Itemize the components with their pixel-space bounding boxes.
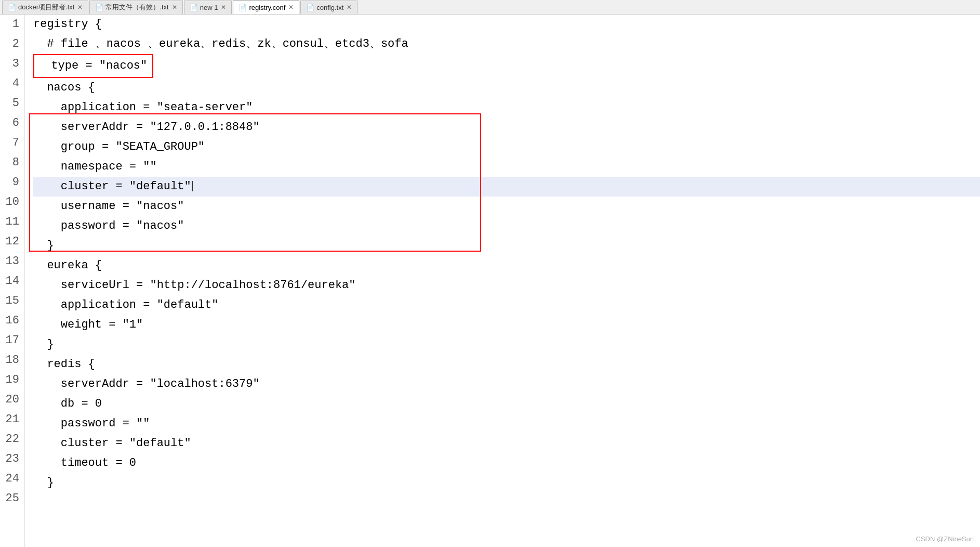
line-number: 1: [5, 15, 19, 34]
line-number: 5: [5, 94, 19, 113]
line-number: 6: [5, 113, 19, 133]
file-icon-5: 📄: [306, 4, 314, 11]
line-number: 16: [5, 311, 19, 331]
code-line: registry {: [33, 15, 980, 34]
close-icon[interactable]: ✕: [77, 4, 83, 11]
file-icon: 📄: [8, 4, 16, 11]
line-number: 2: [5, 34, 19, 54]
code-line: }: [33, 473, 980, 493]
close-icon-4[interactable]: ✕: [288, 4, 294, 11]
code-line: type = "nacos": [33, 54, 980, 78]
code-line: application = "seata-server": [33, 98, 980, 118]
code-line: db = 0: [33, 394, 980, 414]
code-line: cluster = "default": [33, 177, 980, 197]
code-line: serverAddr = "localhost:6379": [33, 374, 980, 394]
code-line: redis {: [33, 355, 980, 374]
file-icon-4: 📄: [239, 4, 247, 11]
tab-new1[interactable]: 📄 new 1 ✕: [184, 1, 232, 14]
line-numbers: 1234567891011121314151617181920212223242…: [0, 15, 25, 547]
editor-container: 1234567891011121314151617181920212223242…: [0, 15, 980, 547]
tab-bar: 📄 docker项目部者.txt ✕ 📄 常用文件（有效）.txt ✕ 📄 ne…: [0, 0, 980, 15]
file-icon-2: 📄: [95, 4, 103, 11]
line-number: 21: [5, 410, 19, 429]
line-number: 14: [5, 271, 19, 291]
close-icon-5[interactable]: ✕: [347, 4, 352, 11]
code-line: serviceUrl = "http://localhost:8761/eure…: [33, 276, 980, 295]
close-icon-3[interactable]: ✕: [221, 4, 226, 11]
line-number: 3: [5, 54, 19, 74]
line-number: 17: [5, 331, 19, 350]
close-icon-2[interactable]: ✕: [172, 4, 177, 11]
line-number: 10: [5, 192, 19, 212]
code-line: nacos {: [33, 78, 980, 98]
line-number: 15: [5, 291, 19, 311]
code-line: username = "nacos": [33, 197, 980, 216]
code-line: serverAddr = "127.0.0.1:8848": [33, 118, 980, 137]
code-line: group = "SEATA_GROUP": [33, 137, 980, 157]
code-line: cluster = "default": [33, 434, 980, 453]
line-number: 12: [5, 232, 19, 252]
line-number: 4: [5, 74, 19, 94]
line-number: 9: [5, 173, 19, 192]
code-line: password = "nacos": [33, 216, 980, 236]
watermark: CSDN @ZNineSun: [916, 535, 974, 543]
line-number: 7: [5, 133, 19, 153]
file-icon-3: 📄: [190, 4, 198, 11]
line-number: 23: [5, 449, 19, 469]
line-number: 18: [5, 350, 19, 370]
code-line: weight = "1": [33, 315, 980, 335]
tab-registry-conf[interactable]: 📄 registry.conf ✕: [233, 1, 299, 14]
code-line: namespace = "": [33, 157, 980, 177]
type-highlight-box: type = "nacos": [33, 54, 153, 78]
line-number: 11: [5, 212, 19, 232]
text-cursor: [192, 181, 193, 191]
code-line: }: [33, 236, 980, 256]
tab-common-files[interactable]: 📄 常用文件（有效）.txt ✕: [89, 1, 182, 14]
code-line: # file 、nacos 、eureka、redis、zk、consul、et…: [33, 34, 980, 54]
code-line: application = "default": [33, 295, 980, 315]
line-number: 20: [5, 390, 19, 410]
line-number: 24: [5, 469, 19, 489]
line-number: 22: [5, 429, 19, 449]
tab-config-txt[interactable]: 📄 config.txt ✕: [300, 1, 357, 14]
line-number: 8: [5, 153, 19, 173]
code-line: timeout = 0: [33, 453, 980, 473]
line-number: 25: [5, 489, 19, 509]
tab-docker[interactable]: 📄 docker项目部者.txt ✕: [2, 1, 88, 14]
line-number: 13: [5, 252, 19, 271]
code-line: password = "": [33, 414, 980, 434]
line-number: 19: [5, 370, 19, 390]
code-area[interactable]: registry { # file 、nacos 、eureka、redis、z…: [25, 15, 980, 547]
code-line: }: [33, 335, 980, 355]
code-line: eureka {: [33, 256, 980, 276]
